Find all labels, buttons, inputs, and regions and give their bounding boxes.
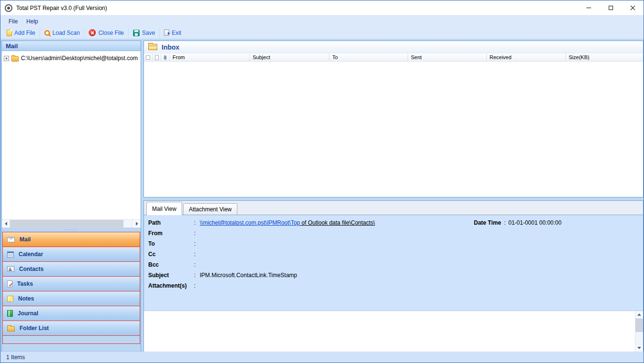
nav-filler [3, 336, 140, 343]
menu-item-help[interactable]: Help [22, 17, 42, 26]
field-label-from: From [148, 230, 194, 237]
column-header-sent[interactable]: Sent [408, 53, 487, 61]
exit-label: Exit [172, 30, 181, 36]
folder-tree: C:\Users\admin\Desktop\michel@totalpst.c… [2, 51, 141, 219]
path-link-suffix[interactable]: of Outlook data file\Contacts\ [300, 219, 375, 226]
window-controls [578, 0, 644, 15]
add-file-label: Add File [14, 30, 35, 36]
tab-attachment-view[interactable]: Attachment View [183, 203, 237, 215]
exit-button[interactable]: Exit [160, 28, 185, 38]
panel-splitter-handle[interactable] [2, 228, 141, 232]
status-items-count: 1 Items [6, 354, 25, 361]
sidebar-item-contacts[interactable]: Contacts [3, 262, 140, 277]
minimize-icon [586, 8, 591, 8]
exit-icon [164, 30, 169, 36]
close-button[interactable] [622, 0, 644, 15]
preview-tabstrip: Mail View Attachment View [144, 201, 643, 215]
vertical-scrollbar[interactable] [635, 311, 643, 352]
sidebar-item-label: Notes [18, 295, 34, 302]
preview-field-path: Path : \\michel@totalpst.com.pst\IPMRoot… [148, 219, 643, 230]
column-header-received[interactable]: Received [487, 53, 566, 61]
save-label: Save [142, 30, 155, 36]
minimize-button[interactable] [578, 0, 600, 15]
sidebar-item-journal[interactable]: Journal [3, 306, 140, 321]
preview-field-cc: Cc : [148, 251, 643, 261]
preview-pane: Mail View Attachment View Path : \\miche… [143, 200, 644, 352]
column-header-subject[interactable]: Subject [250, 53, 329, 61]
checkbox-icon [146, 55, 150, 60]
tasks-icon [7, 280, 12, 287]
column-header-from[interactable]: From [170, 53, 250, 61]
load-scan-button[interactable]: Load Scan [40, 28, 84, 38]
sidebar-item-label: Tasks [17, 280, 33, 287]
save-button[interactable]: Save [129, 28, 160, 38]
message-list-empty-area [144, 62, 643, 197]
maximize-button[interactable] [600, 0, 622, 15]
title-bar: Total PST Repair v3.0 (Full Version) [0, 0, 644, 15]
preview-field-attachments: Attachment(s) : [148, 282, 643, 293]
app-icon [5, 4, 12, 12]
left-arrow-icon [5, 222, 7, 226]
sidebar-item-label: Journal [18, 310, 38, 317]
vscrollbar-thumb[interactable] [635, 319, 643, 332]
toolbar: Add File Load Scan Close File Save Exit [0, 27, 644, 39]
message-table-header: From Subject To Sent Received Size(KB) [144, 53, 643, 62]
mail-panel-header: Mail [2, 41, 141, 51]
save-icon [133, 30, 140, 36]
notes-icon [7, 296, 13, 302]
document-icon [155, 55, 159, 60]
scroll-down-button[interactable] [635, 344, 643, 352]
field-label-cc: Cc [148, 251, 194, 258]
column-header-checkbox[interactable] [144, 53, 153, 61]
right-panel: Inbox From Subject To Sent [143, 41, 644, 352]
mail-body-area [144, 311, 643, 352]
calendar-icon [7, 251, 14, 258]
tab-mail-view[interactable]: Mail View [146, 202, 182, 215]
status-bar: 1 Items [0, 351, 644, 363]
field-label-to: To [148, 240, 194, 247]
left-panel: Mail C:\Users\admin\Desktop\michel@total… [1, 41, 141, 352]
paperclip-icon [163, 54, 167, 61]
inbox-icon [148, 44, 157, 50]
column-header-to[interactable]: To [329, 53, 408, 61]
column-header-attachment[interactable] [161, 53, 170, 61]
down-arrow-icon [637, 347, 641, 349]
window-title: Total PST Repair v3.0 (Full Version) [16, 5, 107, 11]
sidebar-item-label: Folder List [20, 325, 49, 332]
scroll-right-button[interactable] [133, 220, 141, 228]
contacts-icon [7, 266, 14, 272]
folder-list-icon [7, 326, 15, 332]
up-arrow-icon [637, 313, 641, 316]
path-link[interactable]: \\michel@totalpst.com.pst\IPMRoot\Top [200, 219, 300, 226]
field-label-subject: Subject [148, 272, 194, 279]
scroll-left-button[interactable] [2, 220, 10, 228]
load-scan-icon [44, 30, 50, 36]
load-scan-label: Load Scan [52, 30, 80, 36]
datetime-field: Date Time : 01-01-0001 00:00:00 [474, 219, 562, 226]
tree-root-item[interactable]: C:\Users\admin\Desktop\michel@totalpst.c… [4, 54, 139, 62]
expand-toggle-icon[interactable] [4, 56, 9, 61]
close-file-label: Close File [98, 30, 123, 36]
sidebar-item-mail[interactable]: Mail [3, 232, 140, 247]
menu-bar: File Help [0, 15, 644, 27]
sidebar-item-notes[interactable]: Notes [3, 291, 140, 306]
sidebar-item-calendar[interactable]: Calendar [3, 247, 140, 262]
sidebar-item-tasks[interactable]: Tasks [3, 277, 140, 291]
app-window: Total PST Repair v3.0 (Full Version) Fil… [0, 0, 644, 363]
preview-field-to: To : [148, 240, 643, 251]
left-panel-filler [2, 344, 141, 352]
field-value-subject: IPM.Microsoft.ContactLink.TimeStamp [200, 272, 297, 279]
mail-view-panel: Path : \\michel@totalpst.com.pst\IPMRoot… [144, 215, 643, 311]
scroll-up-button[interactable] [635, 311, 643, 319]
sidebar-item-folder-list[interactable]: Folder List [3, 321, 140, 336]
preview-field-bcc: Bcc : [148, 261, 643, 272]
close-file-button[interactable]: Close File [84, 28, 128, 38]
column-header-size[interactable]: Size(KB) [566, 53, 643, 61]
column-header-document[interactable] [153, 53, 161, 61]
add-file-button[interactable]: Add File [2, 28, 40, 38]
sidebar-item-label: Mail [20, 236, 31, 243]
datetime-value: 01-01-0001 00:00:00 [508, 219, 561, 226]
menu-item-file[interactable]: File [4, 17, 22, 26]
mail-icon [7, 237, 15, 242]
datetime-label: Date Time [474, 219, 501, 226]
